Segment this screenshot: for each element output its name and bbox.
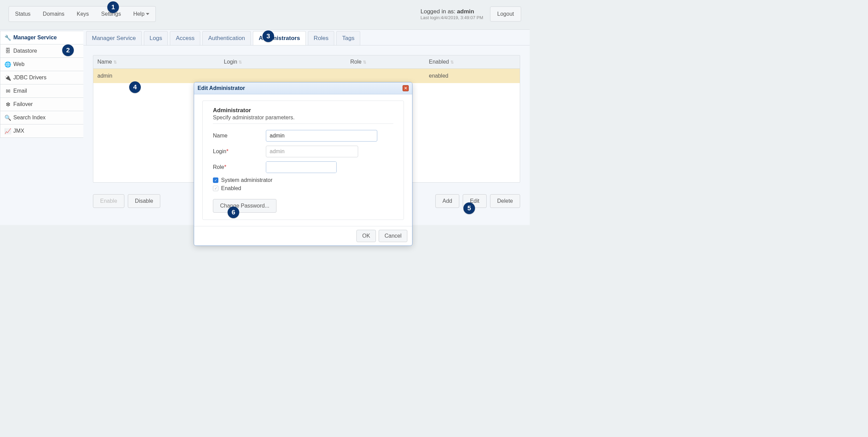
col-role[interactable]: Role⇅ [346,55,425,69]
caret-down-icon [146,13,149,15]
sidebar: 🔧 Manager Service 🗄 Datastore 🌐 Web 🔌 JD… [0,30,83,225]
sidebar-item-label: Manager Service [13,35,57,41]
table-row[interactable]: admin enabled [93,69,520,83]
top-right: Logged in as: admin Last login:4/4/2019,… [420,6,521,22]
tab-logs[interactable]: Logs [144,31,168,45]
sidebar-item-manager-service[interactable]: 🔧 Manager Service [0,31,83,44]
delete-button[interactable]: Delete [490,194,520,208]
top-header: Status Domains Keys Settings Help Logged… [0,0,530,29]
step-badge-5: 5 [463,202,475,214]
sidebar-item-label: Email [13,88,27,94]
last-login-value: 4/4/2019, 3:49:07 PM [441,15,483,20]
service-icon: 🔧 [5,35,11,40]
dialog-section-title: Administrator [213,107,393,114]
top-nav: Status Domains Keys Settings Help [9,6,156,22]
checkbox-checked-icon: ✓ [213,177,218,183]
gauge-icon: 📈 [5,128,11,134]
role-combobox[interactable]: ⌄ [266,161,337,173]
nav-keys[interactable]: Keys [71,6,95,22]
enabled-checkbox-row[interactable]: ✓ Enabled [213,185,393,191]
nav-status[interactable]: Status [9,6,37,22]
nav-help-label: Help [133,11,145,17]
cell-name: admin [93,69,220,83]
sidebar-item-email[interactable]: ✉ Email [0,84,83,98]
sort-icon: ⇅ [113,60,117,65]
login-user: admin [457,8,474,15]
change-password-button[interactable]: Change Password... [213,199,276,213]
step-badge-6: 6 [228,207,239,218]
sidebar-item-label: Search Index [13,115,45,121]
plug-icon: 🔌 [5,75,11,80]
dialog-inner: Administrator Specify administrator para… [202,101,404,220]
col-name[interactable]: Name⇅ [93,55,220,69]
divider [213,123,393,124]
enabled-label: Enabled [221,185,241,191]
enable-button[interactable]: Enable [93,194,124,208]
sidebar-item-web[interactable]: 🌐 Web [0,57,83,71]
checkbox-checked-icon: ✓ [213,186,218,191]
sort-icon: ⇅ [450,60,454,65]
login-label: Login* [213,148,266,155]
name-input[interactable] [266,130,377,142]
cell-enabled: enabled [425,69,520,83]
login-input[interactable] [266,146,358,157]
cell-login [220,69,346,83]
step-badge-3: 3 [262,30,274,42]
step-badge-1: 1 [107,1,119,13]
col-login[interactable]: Login⇅ [220,55,346,69]
login-prefix: Logged in as: [420,8,457,15]
dialog-body: Administrator Specify administrator para… [194,94,412,226]
globe-icon: 🌐 [5,62,11,67]
cancel-button[interactable]: Cancel [379,230,407,242]
sidebar-item-jmx[interactable]: 📈 JMX [0,124,83,138]
add-button[interactable]: Add [435,194,459,208]
sidebar-item-label: Web [13,61,25,67]
sidebar-item-failover[interactable]: ❇ Failover [0,97,83,111]
tab-authentication[interactable]: Authentication [202,31,251,45]
login-info: Logged in as: admin Last login:4/4/2019,… [420,8,483,20]
name-label: Name [213,133,266,139]
dialog-title: Edit Administrator [198,85,245,91]
col-enabled[interactable]: Enabled⇅ [425,55,520,69]
sidebar-item-search-index[interactable]: 🔍 Search Index [0,111,83,124]
sort-icon: ⇅ [239,60,242,65]
last-login-label: Last login: [420,15,440,20]
cell-role [346,69,425,83]
tab-roles[interactable]: Roles [308,31,334,45]
sidebar-item-label: Datastore [13,48,37,54]
sysadmin-label: System administrator [221,177,272,183]
nav-domains[interactable]: Domains [37,6,70,22]
ok-button[interactable]: OK [356,230,376,242]
step-badge-2: 2 [62,44,74,56]
close-icon: ✕ [404,86,407,91]
tab-administrators[interactable]: Administrators [253,31,306,45]
role-label: Role* [213,164,266,170]
logout-button[interactable]: Logout [490,6,521,22]
db-icon: 🗄 [5,48,11,54]
disable-button[interactable]: Disable [128,194,160,208]
tab-access[interactable]: Access [170,31,200,45]
sidebar-item-label: Failover [13,101,33,107]
step-badge-4: 4 [129,81,141,93]
edit-admin-dialog: Edit Administrator ✕ Administrator Speci… [194,82,412,246]
search-icon: 🔍 [5,115,11,120]
dialog-close-button[interactable]: ✕ [403,85,409,91]
tab-bar: Manager Service Logs Access Authenticati… [83,30,530,45]
sidebar-item-label: JDBC Drivers [13,75,46,81]
lifesaver-icon: ❇ [5,102,11,107]
dialog-section-sub: Specify administrator parameters. [213,115,393,121]
dialog-header[interactable]: Edit Administrator ✕ [194,82,412,94]
nav-help[interactable]: Help [127,6,155,22]
sidebar-item-jdbc-drivers[interactable]: 🔌 JDBC Drivers [0,71,83,84]
tab-manager-service[interactable]: Manager Service [86,31,142,45]
tab-tags[interactable]: Tags [336,31,360,45]
sysadmin-checkbox-row[interactable]: ✓ System administrator [213,177,393,183]
sidebar-item-label: JMX [13,128,24,134]
mail-icon: ✉ [5,88,11,94]
dialog-footer: OK Cancel [194,226,412,246]
role-input[interactable] [266,162,337,173]
sort-icon: ⇅ [363,60,366,65]
